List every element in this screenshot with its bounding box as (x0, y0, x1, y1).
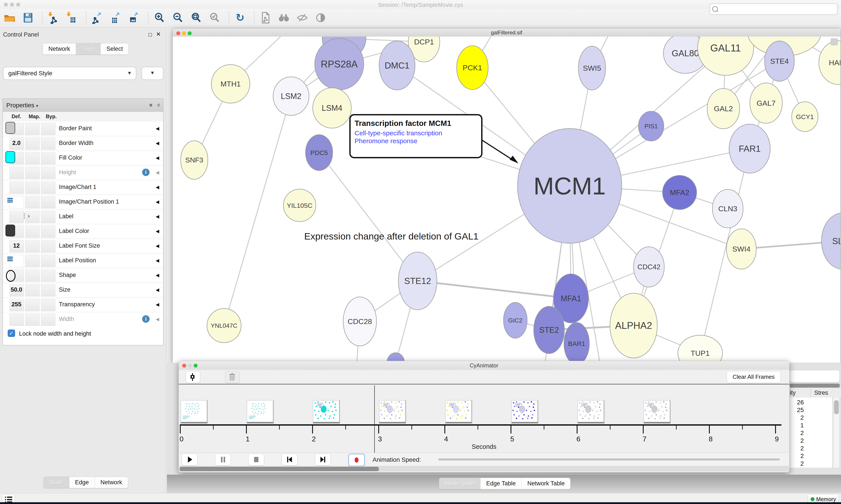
node-lsm2[interactable]: LSM2 (273, 77, 309, 115)
node-ynl047c[interactable]: YNL047C (207, 308, 241, 343)
expand-row-icon[interactable]: ◀ (156, 155, 159, 161)
node-tup1[interactable]: TUP1 (678, 335, 722, 363)
node-hap2[interactable]: HAP2 (819, 41, 840, 85)
table-cell[interactable]: 25 (797, 407, 804, 414)
node-gal2[interactable]: GAL2 (707, 88, 739, 129)
cell[interactable] (41, 167, 55, 179)
property-row-fill-color[interactable]: Fill Color◀ (3, 151, 163, 165)
node-pis1[interactable]: PIS1 (639, 111, 664, 141)
node-gic2[interactable]: GIC2 (503, 302, 527, 338)
position-icon[interactable] (7, 198, 13, 204)
edge-ste12-mfa1[interactable] (418, 281, 571, 299)
table-cell[interactable]: 2 (800, 414, 804, 421)
cell[interactable] (10, 167, 24, 179)
delete-frame-button[interactable] (225, 371, 239, 383)
cell[interactable] (25, 299, 40, 311)
cell[interactable] (25, 152, 40, 164)
property-row-label-position[interactable]: Label Position◀ (3, 254, 163, 268)
position-icon[interactable] (7, 257, 13, 262)
float-panel-icon[interactable]: ◻ (148, 31, 153, 37)
property-row-image-chart-position-1[interactable]: Image/Chart Position 1◀ (3, 195, 163, 210)
open-session-button[interactable] (3, 11, 16, 24)
expand-row-icon[interactable]: ◀ (156, 126, 159, 131)
ellipse-shape-icon[interactable] (6, 270, 16, 282)
property-row-image-chart-1[interactable]: Image/Chart 1◀ (3, 180, 163, 195)
node-slt2[interactable]: SLT2 (822, 213, 840, 269)
property-row-border-paint[interactable]: Border Paint◀ (3, 122, 163, 136)
lock-size-checkbox[interactable]: ✓ (8, 329, 15, 337)
node-yil105c[interactable]: YIL105C (283, 189, 316, 221)
properties-header[interactable]: Properties ▾ » » (3, 99, 163, 112)
cell[interactable] (25, 284, 40, 296)
cell[interactable] (41, 284, 55, 296)
annotation-link-2[interactable]: Pheromone response (355, 137, 477, 145)
node-pdc5[interactable]: PDC5 (305, 134, 333, 170)
default-value[interactable]: 50.0 (10, 286, 23, 293)
playhead[interactable] (374, 385, 375, 453)
cell[interactable] (10, 181, 24, 194)
cell[interactable] (41, 211, 55, 223)
zoom-in-button[interactable] (153, 11, 166, 24)
property-row-border-width[interactable]: 2.0Border Width◀ (3, 136, 163, 151)
collapse-all-icon[interactable]: » (155, 103, 162, 107)
table-cell[interactable]: 26 (797, 399, 804, 406)
style-select[interactable]: galFiltered Style ▼ (3, 67, 136, 80)
tab-network[interactable]: Network (43, 43, 76, 55)
cell[interactable] (41, 299, 55, 311)
default-value[interactable]: 255 (10, 301, 23, 308)
info-icon[interactable]: i (142, 315, 149, 323)
canvas-corner-widget[interactable] (831, 38, 838, 45)
record-button[interactable] (348, 454, 365, 466)
node-swi5[interactable]: SWI5 (578, 46, 606, 90)
table-cell[interactable]: 2 (800, 437, 804, 444)
cell[interactable] (41, 226, 55, 238)
frame-thumbnail-5[interactable] (445, 400, 472, 424)
table-cell[interactable]: 2 (800, 453, 804, 460)
node-mfa2[interactable]: MFA2 (662, 175, 697, 210)
expand-row-icon[interactable]: ◀ (156, 273, 159, 278)
network-canvas[interactable]: DCP1RPS28ADMC1PCK1SWI5MTH1LSM2LSM4GAL80G… (173, 37, 840, 363)
animator-timeline[interactable]: 0123456789 Seconds (179, 384, 789, 453)
cell[interactable] (41, 240, 55, 252)
mapping-icon[interactable]: ⋮› (21, 212, 30, 219)
node-gcy1[interactable]: GCY1 (792, 102, 818, 131)
node-mth1[interactable]: MTH1 (211, 65, 250, 103)
table-cell[interactable]: 2 (800, 460, 804, 467)
import-table-button[interactable] (65, 11, 78, 24)
annotation-link-1[interactable]: Cell-type-specific transcription (355, 129, 477, 137)
scrollbar-thumb[interactable] (834, 400, 839, 414)
hide-details-button[interactable] (296, 11, 309, 24)
expand-row-icon[interactable]: ◀ (156, 184, 159, 190)
default-swatch[interactable] (5, 151, 15, 163)
zoom-out-button[interactable] (171, 11, 184, 24)
search-input[interactable] (720, 5, 835, 13)
node-cln3[interactable]: CLN3 (713, 190, 743, 228)
find-button[interactable] (277, 11, 290, 24)
network-doc-button[interactable] (259, 11, 272, 24)
node-lsm4[interactable]: LSM4 (313, 88, 351, 128)
tab-edge-table[interactable]: Edge Table (481, 478, 522, 489)
default-value[interactable]: 2.0 (10, 140, 23, 146)
frame-thumbnail-2[interactable] (247, 400, 274, 424)
expand-row-icon[interactable]: ◀ (156, 214, 159, 219)
tab-select[interactable]: Select (101, 43, 128, 55)
timeline-hscrollbar[interactable] (179, 466, 789, 472)
node-swi4[interactable]: SWI4 (727, 229, 756, 269)
frame-thumbnail-3[interactable] (313, 400, 340, 424)
cyanimator-titlebar[interactable]: CyAnimator (179, 361, 789, 370)
expand-row-icon[interactable]: ◀ (156, 317, 159, 322)
annotation-box[interactable]: Transcription factor MCM1 Cell-type-spec… (349, 114, 482, 158)
default-swatch[interactable] (5, 224, 15, 236)
save-session-button[interactable] (21, 11, 35, 24)
export-network-button[interactable] (91, 11, 104, 24)
frame-thumbnail-6[interactable] (512, 400, 538, 424)
node-cdc42[interactable]: CDC42 (633, 247, 664, 287)
zoom-fit-button[interactable] (190, 11, 203, 24)
export-table-button[interactable] (109, 11, 122, 24)
cell[interactable] (25, 270, 40, 282)
edge-pdc5-ste12[interactable] (319, 152, 418, 281)
table-col-stress[interactable]: Stres (814, 390, 828, 396)
info-icon[interactable]: i (142, 168, 149, 176)
cell[interactable] (41, 313, 55, 326)
skip-end-button[interactable] (315, 454, 331, 466)
